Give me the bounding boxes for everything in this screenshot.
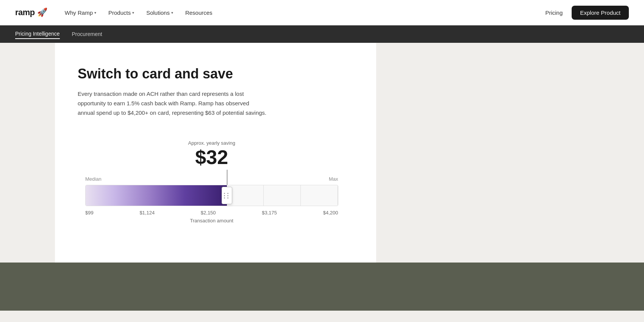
slider-fill (86, 185, 227, 206)
chevron-down-icon: ▾ (132, 11, 134, 15)
slider-track (85, 185, 338, 206)
slider-thumb[interactable] (222, 187, 232, 204)
axis-values: $99 $1,124 $2,150 $3,175 $4,200 (85, 210, 338, 216)
chevron-down-icon: ▾ (94, 11, 96, 15)
nav-right: Pricing Explore Product (545, 6, 629, 20)
slider-thumb-dots (224, 193, 230, 199)
right-spacer (376, 43, 644, 263)
thumb-line (227, 170, 227, 185)
grid-segment (301, 185, 338, 206)
saving-value: $32 (85, 147, 338, 167)
axis-value-0: $99 (85, 210, 94, 216)
grid-segment (227, 185, 264, 206)
content-card: Switch to card and save Every transactio… (55, 43, 376, 263)
thumb-dot (224, 195, 225, 196)
axis-value-2: $2,150 (201, 210, 216, 216)
axis-value-3: $3,175 (262, 210, 277, 216)
bottom-section (0, 263, 644, 311)
chevron-down-icon: ▾ (171, 11, 173, 15)
subnav-pricing-intelligence[interactable]: Pricing Intelligence (15, 29, 60, 39)
pricing-link[interactable]: Pricing (545, 9, 563, 16)
axis-value-4: $4,200 (323, 210, 338, 216)
logo-text: ramp (15, 8, 35, 17)
range-label-max: Max (329, 176, 338, 182)
section-title: Switch to card and save (78, 66, 346, 82)
axis-value-1: $1,124 (139, 210, 155, 216)
subnav: Pricing Intelligence Procurement (0, 25, 644, 43)
logo[interactable]: ramp 🚀 (15, 8, 47, 17)
page-body: Switch to card and save Every transactio… (0, 43, 644, 263)
subnav-procurement[interactable]: Procurement (72, 30, 102, 39)
grid-segment (264, 185, 301, 206)
range-labels: Median Max (85, 176, 338, 182)
saving-label: Approx. yearly saving (85, 140, 338, 146)
chart-container: Approx. yearly saving $32 Median Max (78, 140, 346, 224)
thumb-dot (224, 193, 225, 194)
thumb-dot (227, 195, 228, 196)
nav-solutions[interactable]: Solutions ▾ (141, 6, 178, 19)
thumb-dot (227, 193, 228, 194)
explore-product-button[interactable]: Explore Product (572, 6, 629, 20)
navbar: ramp 🚀 Why Ramp ▾ Products ▾ Solutions ▾… (0, 0, 644, 25)
nav-resources[interactable]: Resources (180, 6, 218, 19)
thumb-dot (224, 197, 225, 199)
axis-label: Transaction amount (85, 218, 338, 224)
nav-products[interactable]: Products ▾ (103, 6, 139, 19)
nav-links: Why Ramp ▾ Products ▾ Solutions ▾ Resour… (59, 6, 546, 19)
logo-icon: 🚀 (37, 8, 47, 17)
slider-gridlines (227, 185, 338, 206)
thumb-dot (227, 197, 228, 199)
nav-why-ramp[interactable]: Why Ramp ▾ (59, 6, 102, 19)
sidebar-spacer (0, 43, 55, 263)
section-description: Every transaction made on ACH rather tha… (78, 89, 267, 117)
slider-track-wrapper (85, 185, 338, 206)
range-label-median: Median (85, 176, 102, 182)
